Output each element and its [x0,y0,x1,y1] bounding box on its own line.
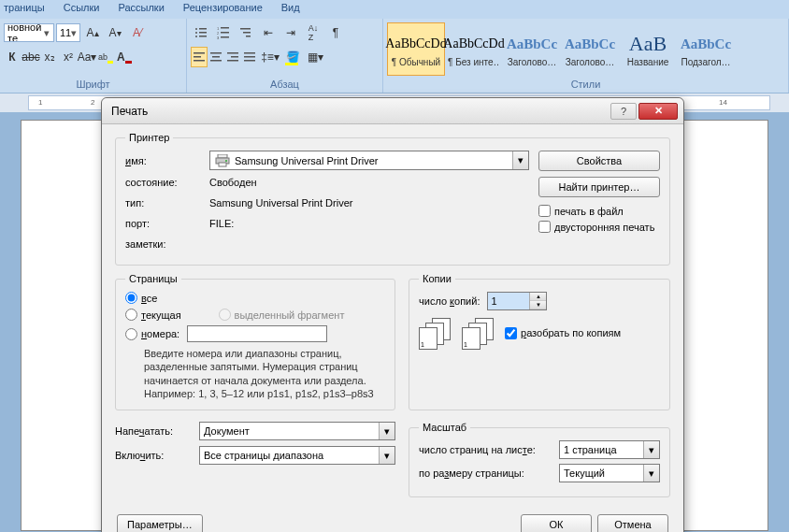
chevron-down-icon: ▾ [643,441,659,458]
copies-input[interactable] [488,293,529,309]
indent-inc-button[interactable]: ⇥ [280,22,301,43]
label: заметки: [125,238,209,250]
ribbon-tab[interactable]: Вид [281,2,300,19]
page-numbers-input[interactable] [187,325,327,342]
label: состояние: [125,177,209,188]
style-item[interactable]: AaBbCcDd¶ Без инте… [445,22,503,76]
ribbon-group-paragraph: 123 ⇤ ⇥ A↓Z ¶ ‡≡▾ 🪣 ▦▾ Абзац [187,19,383,93]
highlight-button[interactable]: ab [97,47,114,67]
style-label: Название [622,57,674,67]
ribbon-tabs: траницы Ссылки Рассылки Рецензирование В… [0,0,789,19]
superscript-button[interactable]: x² [60,47,77,67]
svg-rect-25 [244,56,255,58]
label: Включить: [115,450,199,461]
shrink-font-button[interactable]: A▾ [105,22,125,43]
cancel-button[interactable]: Отмена [597,514,668,532]
align-justify-button[interactable] [241,47,258,67]
chevron-down-icon: ▾ [71,27,77,39]
style-item[interactable]: AaBbCcЗаголово… [561,22,619,76]
show-marks-button[interactable]: ¶ [325,22,346,43]
svg-rect-1 [199,28,207,30]
close-button[interactable]: ✕ [638,103,678,120]
pages-per-sheet-combo[interactable]: 1 страница▾ [559,440,660,459]
value: Свободен [209,177,529,188]
chevron-down-icon: ▾ [43,27,50,39]
printer-icon [214,153,231,168]
ruler-mark: 1 [38,98,42,107]
scale-fieldset: Масштаб число страниц на листе: 1 страни… [409,422,670,497]
style-item[interactable]: AaBbCcDd¶ Обычный [387,22,445,76]
svg-rect-3 [199,32,207,34]
find-printer-button[interactable]: Найти принтер… [538,177,660,197]
style-gallery: AaBbCcDd¶ ОбычныйAaBbCcDd¶ Без инте…AaBb… [387,22,784,76]
ribbon: новной те▾ 11▾ A▴ A▾ A⁄ К abc x₂ x² Aa▾ … [0,19,789,93]
pages-fieldset: Страницы все текущая выделенный фрагмент… [115,273,395,410]
copies-spinner[interactable]: ▲▼ [487,292,547,310]
line-spacing-button[interactable]: ‡≡▾ [260,47,280,67]
font-color-button[interactable]: A [116,47,133,67]
borders-button[interactable]: ▦▾ [305,47,325,67]
bullets-button[interactable] [191,22,211,43]
style-preview: AaB [629,31,667,57]
align-right-button[interactable] [224,47,241,67]
svg-rect-20 [210,60,222,62]
spin-down-icon[interactable]: ▼ [530,301,546,309]
radio-current[interactable]: текущая [125,309,181,321]
chevron-down-icon: ▾ [643,465,659,482]
collate-checkbox[interactable]: разобрать по копиям [505,327,621,339]
section-label: Копии [419,273,455,284]
ruler-mark: 14 [719,98,727,107]
font-name-combo[interactable]: новной те▾ [4,23,54,42]
group-label: Стили [385,78,786,91]
indent-dec-button[interactable]: ⇤ [258,22,279,43]
fit-combo[interactable]: Текущий▾ [559,464,660,482]
print-dialog: Печать ? ✕ Принтер имя: Samsung Universa… [101,97,684,532]
spin-up-icon[interactable]: ▲ [530,293,546,301]
sort-button[interactable]: A↓Z [303,22,323,43]
help-text: Введите номера или диапазоны страниц, ра… [125,347,385,400]
label: имя: [125,155,209,166]
align-center-button[interactable] [208,47,224,67]
ok-button[interactable]: ОК [521,514,592,532]
style-item[interactable]: AaBbCcЗаголово… [503,22,561,76]
ribbon-tab[interactable]: Ссылки [64,2,100,19]
radio-selection: выделенный фрагмент [219,309,345,321]
printer-fieldset: Принтер имя: Samsung Universal Print Dri… [115,132,670,266]
options-button[interactable]: Параметры… [117,514,203,532]
radio-all[interactable]: все [125,292,385,304]
ribbon-tab[interactable]: траницы [4,2,45,19]
ribbon-tab[interactable]: Рассылки [118,2,164,19]
svg-rect-19 [212,56,220,58]
style-label: Подзагол… [680,57,732,67]
strike-button[interactable]: abc [22,47,39,67]
align-left-button[interactable] [191,47,208,67]
shading-button[interactable]: 🪣 [282,47,303,67]
printer-name-combo[interactable]: Samsung Universal Print Driver ▾ [209,151,529,170]
font-size-value: 11 [60,27,71,38]
clear-format-button[interactable]: A⁄ [127,22,148,43]
multilevel-button[interactable] [236,22,256,43]
grow-font-button[interactable]: A▴ [82,22,103,43]
value: FILE: [209,218,529,229]
include-combo[interactable]: Все страницы диапазона▾ [199,446,395,465]
subscript-button[interactable]: x₂ [41,47,58,67]
print-to-file-checkbox[interactable]: печать в файл [538,205,660,217]
numbering-button[interactable]: 123 [213,22,234,43]
dialog-titlebar[interactable]: Печать ? ✕ [102,98,683,124]
duplex-checkbox[interactable]: двусторонняя печать [538,221,660,233]
label: число копий: [419,295,480,307]
print-what-combo[interactable]: Документ▾ [199,422,395,440]
change-case-button[interactable]: Aa▾ [79,47,95,67]
properties-button[interactable]: Свойства [538,151,660,171]
svg-rect-23 [227,60,238,62]
style-item[interactable]: AaBНазвание [619,22,677,76]
help-button[interactable]: ? [610,103,637,120]
svg-rect-24 [244,52,255,54]
style-label: ¶ Без инте… [448,57,500,67]
style-item[interactable]: AaBbCcПодзагол… [677,22,735,76]
font-size-combo[interactable]: 11▾ [56,23,80,42]
radio-numbers[interactable]: номера: [125,325,385,342]
label: по размеру страницы: [419,467,559,479]
ribbon-tab[interactable]: Рецензирование [183,2,263,19]
bold-button[interactable]: К [4,47,21,67]
